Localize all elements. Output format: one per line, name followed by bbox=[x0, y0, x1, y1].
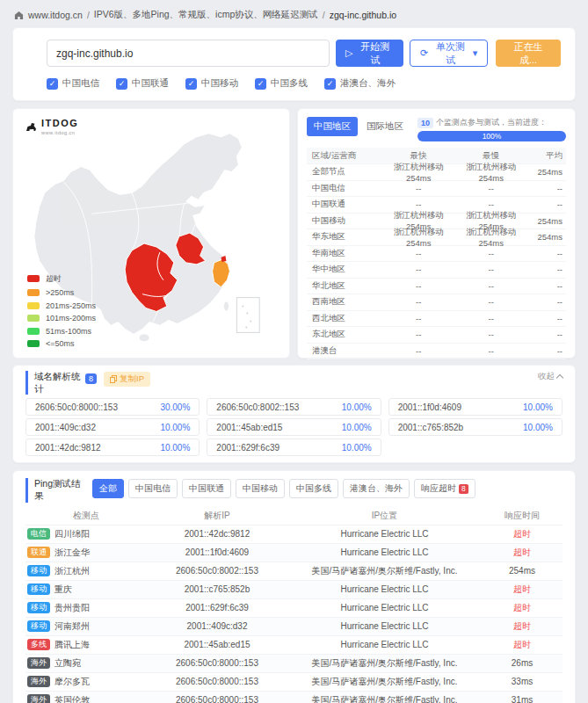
legend-label: >250ms bbox=[46, 288, 74, 297]
checkbox-checked-icon[interactable]: ✓ bbox=[324, 78, 336, 90]
single-test-button[interactable]: ⟳ 单次测试 ▾ bbox=[410, 40, 488, 67]
region-cell: -- bbox=[382, 314, 455, 323]
dns-ip-item[interactable]: 2606:50c0:8002::15310.00% bbox=[207, 398, 381, 416]
dns-ip: 2001::42dc:9812 bbox=[35, 443, 101, 453]
ping-node-cell: 海外英国伦敦 bbox=[25, 694, 147, 703]
region-cell: 西北地区 bbox=[307, 313, 382, 324]
collapse-label: 收起 bbox=[538, 371, 555, 382]
checkbox-checked-icon[interactable]: ✓ bbox=[185, 78, 197, 90]
region-row: 西北地区------ bbox=[307, 311, 566, 328]
host-input[interactable] bbox=[47, 40, 330, 67]
generating-label: 正在生成... bbox=[505, 40, 551, 67]
search-card: ▷ 开始测试 ⟳ 单次测试 ▾ 正在生成... ✓中国电信✓中国联通✓中国移动✓… bbox=[12, 27, 576, 101]
dns-percent: 10.00% bbox=[160, 423, 190, 432]
dns-percent: 10.00% bbox=[523, 423, 553, 432]
checkbox-label: 中国联通 bbox=[132, 77, 169, 90]
ping-tab-label: 中国联通 bbox=[189, 482, 224, 495]
ping-tab[interactable]: 中国电信 bbox=[128, 479, 178, 498]
ip-location: 美国/马萨诸塞州/奥尔斯维/Fastly, Inc. bbox=[287, 676, 482, 688]
isp-checkbox[interactable]: ✓中国多线 bbox=[255, 77, 308, 90]
region-cell: 华中地区 bbox=[307, 264, 382, 275]
collapse-button[interactable]: 收起 bbox=[538, 371, 563, 382]
dns-ip-item[interactable]: 2001::409c:d3210.00% bbox=[25, 418, 200, 436]
breadcrumb-section: IPV6版、多地Ping、常规版、icmp协议、网络延迟测试 bbox=[94, 9, 318, 21]
region-cell: 华东地区 bbox=[307, 231, 382, 243]
isp-checkbox[interactable]: ✓港澳台、海外 bbox=[324, 77, 396, 90]
generating-link-button[interactable]: 正在生成... bbox=[496, 40, 561, 67]
region-tab[interactable]: 中国地区 bbox=[307, 117, 358, 136]
legend-item: 51ms-100ms bbox=[27, 327, 96, 336]
legend-swatch bbox=[27, 289, 40, 296]
region-cell: -- bbox=[382, 199, 455, 209]
region-tab[interactable]: 国际地区 bbox=[359, 117, 410, 136]
dns-ip-item[interactable]: 2606:50c0:8000::15330.00% bbox=[25, 398, 200, 416]
response-time: 超时 bbox=[482, 528, 563, 540]
dns-percent: 10.00% bbox=[523, 402, 553, 412]
isp-badge: 移动 bbox=[27, 602, 50, 613]
isp-badge: 移动 bbox=[27, 620, 50, 632]
breadcrumb: www.itdog.cn / IPV6版、多地Ping、常规版、icmp协议、网… bbox=[0, 0, 588, 27]
logo-subtitle: www.itdog.cn bbox=[41, 130, 78, 135]
ping-col-header: IP位置 bbox=[287, 510, 482, 522]
ping-table-header: 检测点解析IPIP位置响应时间 bbox=[25, 508, 563, 525]
region-cell: -- bbox=[455, 265, 528, 274]
dns-ip-item[interactable]: 2001::629f:6c3910.00% bbox=[207, 438, 381, 456]
node-location: 腾讯上海 bbox=[54, 639, 90, 651]
map-region-zhejiang[interactable] bbox=[213, 259, 230, 287]
legend-item: 超时 bbox=[27, 273, 96, 285]
isp-checkbox[interactable]: ✓中国电信 bbox=[47, 77, 99, 90]
dns-ip-item[interactable]: 2001::42dc:981210.00% bbox=[25, 438, 200, 456]
ping-row: 移动重庆2001::c765:852bHurricane Electric LL… bbox=[25, 581, 563, 599]
region-tabs: 中国地区国际地区 bbox=[307, 117, 410, 136]
node-location: 浙江金华 bbox=[54, 547, 90, 559]
region-row: 华中地区------ bbox=[307, 262, 566, 279]
isp-checkbox[interactable]: ✓中国联通 bbox=[116, 77, 169, 90]
region-cell: 254ms bbox=[527, 232, 566, 242]
region-row: 全部节点浙江杭州移动 254ms浙江杭州移动 254ms254ms bbox=[307, 164, 566, 181]
region-cell: -- bbox=[527, 297, 566, 307]
region-cell: 浙江杭州移动 254ms bbox=[455, 227, 528, 248]
checkbox-checked-icon[interactable]: ✓ bbox=[47, 78, 58, 90]
legend-label: 201ms-250ms bbox=[46, 301, 96, 310]
region-cell: 254ms bbox=[527, 216, 566, 226]
dns-ip-item[interactable]: 2001::45ab:ed1510.00% bbox=[207, 418, 381, 436]
dns-ip-item[interactable]: 2001::c765:852b10.00% bbox=[388, 418, 563, 436]
region-cell: -- bbox=[455, 297, 528, 307]
isp-checkbox[interactable]: ✓中国移动 bbox=[185, 77, 238, 90]
ping-node-cell: 移动贵州贵阳 bbox=[25, 602, 147, 614]
ping-row: 移动浙江杭州2606:50c0:8002::153美国/马萨诸塞州/奥尔斯维/F… bbox=[25, 562, 563, 581]
ping-tab-label: 港澳台、海外 bbox=[350, 482, 403, 495]
ping-tab[interactable]: 响应超时8 bbox=[414, 479, 475, 498]
ping-row: 联通浙江金华2001::1f0d:4609Hurricane Electric … bbox=[25, 544, 563, 562]
isp-badge: 移动 bbox=[27, 583, 50, 595]
legend-swatch bbox=[27, 340, 40, 347]
ping-tab[interactable]: 中国多线 bbox=[289, 479, 338, 498]
node-location: 贵州贵阳 bbox=[54, 602, 90, 614]
region-cell: -- bbox=[527, 314, 566, 323]
breadcrumb-site[interactable]: www.itdog.cn bbox=[28, 10, 83, 20]
start-test-label: 开始测试 bbox=[356, 40, 394, 67]
response-time: 254ms bbox=[482, 566, 563, 576]
ping-tab[interactable]: 中国移动 bbox=[236, 479, 285, 498]
ping-tab[interactable]: 全部 bbox=[92, 479, 124, 498]
isp-badge: 海外 bbox=[27, 657, 50, 669]
ping-row: 海外英国伦敦2606:50c0:8000::153美国/马萨诸塞州/奥尔斯维/F… bbox=[25, 692, 563, 703]
checkbox-checked-icon[interactable]: ✓ bbox=[255, 78, 266, 90]
dns-ip-item[interactable]: 2001::1f0d:460910.00% bbox=[388, 398, 563, 416]
ping-panel-title: Ping测试结果 bbox=[25, 478, 82, 502]
ping-node-cell: 移动河南郑州 bbox=[25, 620, 147, 633]
ping-tab[interactable]: 港澳台、海外 bbox=[343, 479, 410, 498]
ping-tab[interactable]: 中国联通 bbox=[182, 479, 231, 498]
start-test-button[interactable]: ▷ 开始测试 bbox=[336, 40, 403, 67]
copy-ip-button[interactable]: 复制IP bbox=[104, 372, 150, 387]
response-time: 超时 bbox=[482, 602, 563, 614]
dns-ip-grid: 2606:50c0:8000::15330.00%2606:50c0:8002:… bbox=[25, 398, 563, 456]
chevron-down-icon: ▾ bbox=[473, 47, 478, 59]
region-cell: -- bbox=[455, 281, 528, 291]
node-location: 摩尔多瓦 bbox=[54, 676, 90, 688]
ip-location: 美国/马萨诸塞州/奥尔斯维/Fastly, Inc. bbox=[287, 657, 482, 670]
checkbox-label: 中国电信 bbox=[62, 77, 99, 90]
checkbox-label: 中国移动 bbox=[201, 77, 238, 90]
checkbox-checked-icon[interactable]: ✓ bbox=[116, 78, 127, 90]
chevron-up-icon bbox=[556, 374, 563, 381]
